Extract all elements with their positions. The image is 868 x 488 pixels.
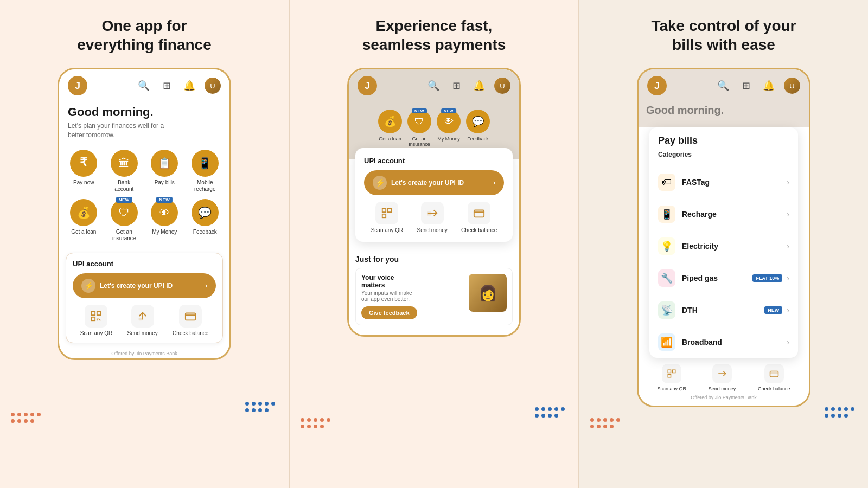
bill-piped-gas[interactable]: 🔧 Piped gas FLAT 10% › (649, 262, 798, 294)
qr-icon-2[interactable]: ⊞ (449, 78, 464, 93)
recharge-icon: 📱 (658, 206, 675, 223)
badge-new-mymoney: NEW (156, 197, 173, 203)
pay-bills-header: Pay bills Categories (649, 127, 798, 166)
search-icon-2[interactable]: 🔍 (426, 78, 441, 93)
svg-rect-0 (92, 311, 95, 314)
header-icons-1: 🔍 ⊞ 🔔 U (136, 78, 221, 94)
pay-bills-container: Pay bills Categories 🏷 FASTag › (644, 127, 803, 358)
icon-my-money[interactable]: NEW 👁 My Money (148, 199, 182, 242)
dth-icon: 📡 (658, 301, 675, 319)
svg-rect-14 (427, 211, 431, 215)
upi-actions: Scan any QR Send money (73, 305, 216, 336)
phone-header-1: J 🔍 ⊞ 🔔 U (59, 69, 229, 100)
scan-qr-action-3[interactable]: Scan any QR (657, 364, 686, 391)
avatar-2[interactable]: U (494, 78, 510, 94)
upi-card-1: UPI account ⚡ Let's create your UPI ID › (66, 253, 223, 343)
quick-loan[interactable]: 💰 Get a loan (378, 110, 402, 147)
bill-electricity[interactable]: 💡 Electricity › (649, 230, 798, 262)
svg-rect-12 (388, 209, 391, 212)
send-money-icon (131, 305, 154, 328)
offered-by-1: Offered by Jio Payments Bank (59, 348, 229, 358)
create-upi-btn-2[interactable]: ⚡ Let's create your UPI ID › (364, 170, 504, 195)
upi-actions-2: Scan any QR Send money (364, 202, 504, 233)
decoration-dots-p2-left (301, 418, 333, 428)
svg-rect-8 (138, 318, 141, 320)
panel1-headline: One app for everything finance (77, 16, 211, 54)
chevron-icon-4: › (787, 274, 789, 282)
svg-line-7 (99, 318, 101, 320)
send-money-action[interactable]: Send money (127, 305, 158, 336)
bell-icon-3[interactable]: 🔔 (761, 78, 776, 93)
upi-btn-label-2: Let's create your UPI ID (391, 179, 464, 187)
fastag-icon: 🏷 (658, 174, 675, 191)
quick-insurance[interactable]: NEW 🛡 Get anInsurance (407, 110, 431, 147)
avatar[interactable]: U (205, 78, 221, 94)
electricity-icon: 💡 (658, 237, 675, 255)
bill-dth[interactable]: 📡 DTH NEW › (649, 294, 798, 326)
phone-3-wrapper: J 🔍 ⊞ 🔔 U Good morning. Pay bills Catego… (637, 68, 810, 407)
feedback-image: 👩 (469, 274, 507, 312)
upi-actions-3: Scan any QR Send money (646, 364, 801, 391)
icon-get-loan[interactable]: 💰 Get a loan (67, 199, 101, 242)
app-logo-3: J (647, 76, 667, 95)
upi-title-2: UPI account (364, 157, 504, 165)
send-money-icon-2 (421, 202, 444, 224)
pay-bills-icon: 📋 (151, 150, 178, 177)
search-icon-3[interactable]: 🔍 (716, 78, 731, 93)
app-logo-1: J (68, 76, 87, 95)
bill-fastag[interactable]: 🏷 FASTag › (649, 166, 798, 198)
bell-icon[interactable]: 🔔 (182, 78, 197, 93)
greeting-text: Good morning. (68, 105, 221, 119)
decoration-dots-p3-right (825, 407, 857, 418)
scan-qr-icon-2 (375, 202, 398, 224)
chevron-right-icon-2: › (493, 179, 495, 187)
qr-icon-3[interactable]: ⊞ (738, 78, 754, 93)
check-balance-action[interactable]: Check balance (173, 305, 208, 336)
qr-icon[interactable]: ⊞ (159, 78, 174, 93)
chevron-icon-3: › (787, 242, 789, 251)
just-for-you-section: Just for you Your voicematters Your inpu… (349, 248, 519, 335)
scan-qr-action-2[interactable]: Scan any QR (371, 202, 403, 233)
avatar-3[interactable]: U (784, 78, 800, 94)
bill-broadband[interactable]: 📶 Broadband › (649, 326, 798, 358)
new-badge-dth: NEW (764, 306, 782, 314)
piped-gas-icon: 🔧 (658, 269, 675, 287)
icon-pay-bills[interactable]: 📋 Pay bills (148, 150, 182, 192)
svg-rect-1 (97, 311, 100, 314)
icon-pay-now[interactable]: ₹ Pay now (67, 150, 101, 192)
quick-mymoney[interactable]: NEW 👁 My Money (437, 110, 461, 147)
send-money-action-2[interactable]: Send money (417, 202, 448, 233)
chevron-icon-6: › (787, 338, 789, 346)
feedback-card-sub: Your inputs will makeour app even better… (361, 290, 463, 302)
pay-bills-title: Pay bills (658, 135, 789, 146)
decoration-dots-p2-right (535, 407, 567, 418)
phone3-gray-section: Good morning. (639, 100, 809, 127)
bill-recharge[interactable]: 📱 Recharge › (649, 198, 798, 230)
search-icon[interactable]: 🔍 (136, 78, 151, 93)
icon-mobile-recharge[interactable]: 📱 Mobilerecharge (188, 150, 222, 192)
phone-mockup-2: J 🔍 ⊞ 🔔 U 💰 Get a loan NEW 🛡 Get anInsur… (347, 68, 521, 337)
send-money-action-3[interactable]: Send money (709, 364, 736, 391)
scan-qr-icon (85, 305, 107, 328)
icon-feedback[interactable]: 💬 Feedback (188, 199, 222, 242)
icon-insurance[interactable]: NEW 🛡 Get aninsurance (107, 199, 142, 242)
quick-feedback[interactable]: 💬 Feedback (466, 110, 490, 147)
scan-qr-action[interactable]: Scan any QR (80, 305, 112, 336)
upi-btn-icon: ⚡ (81, 279, 95, 293)
svg-rect-11 (382, 209, 386, 212)
badge-new-insurance: NEW (116, 197, 132, 203)
send-money-icon-3 (712, 364, 732, 383)
create-upi-btn[interactable]: ⚡ Let's create your UPI ID › (73, 273, 216, 298)
check-balance-action-2[interactable]: Check balance (461, 202, 497, 233)
phone-mockup-3: J 🔍 ⊞ 🔔 U Good morning. Pay bills Catego… (637, 68, 810, 407)
check-balance-icon-3 (764, 364, 784, 383)
header-icons-2: 🔍 ⊞ 🔔 U (426, 78, 510, 94)
chevron-icon: › (787, 178, 789, 187)
panel-2: Experience fast, seamless payments J 🔍 ⊞… (290, 0, 579, 488)
bell-icon-2[interactable]: 🔔 (471, 78, 487, 93)
check-balance-action-3[interactable]: Check balance (758, 364, 790, 391)
icon-bank-account[interactable]: 🏛 Bankaccount (107, 150, 142, 192)
give-feedback-btn[interactable]: Give feedback (361, 306, 417, 319)
upi-btn-label: Let's create your UPI ID (100, 282, 173, 290)
panel3-headline: Take control of your bills with ease (651, 16, 796, 54)
